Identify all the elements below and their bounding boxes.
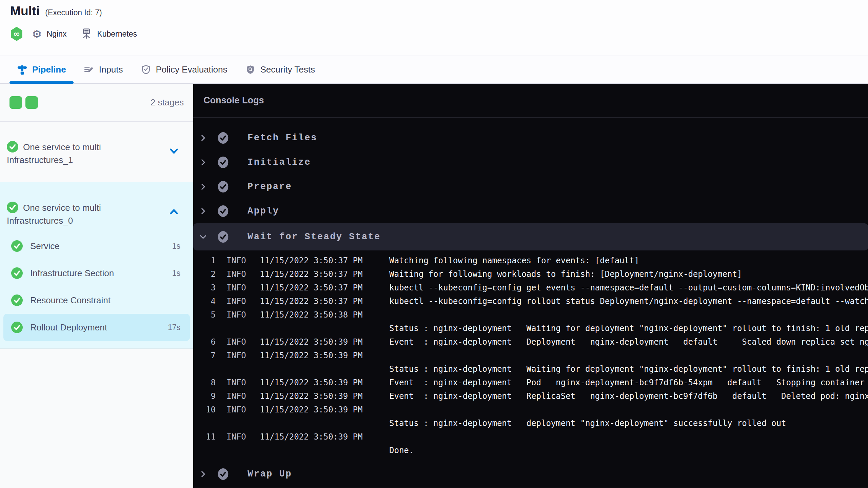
console-section-label: Wait for Steady State bbox=[248, 232, 381, 242]
log-timestamp: 11/15/2022 3:50:39 PM bbox=[260, 391, 378, 401]
log-line: Status : nginx-deployment deployment "ng… bbox=[193, 416, 868, 430]
step-duration: 17s bbox=[168, 323, 180, 332]
log-message: Event : nginx-deployment Pod nginx-deplo… bbox=[389, 378, 868, 387]
log-timestamp: 11/15/2022 3:50:37 PM bbox=[260, 283, 378, 292]
chevron-right-icon[interactable] bbox=[199, 470, 207, 478]
log-line-number: 9 bbox=[193, 391, 216, 401]
chevron-up-icon[interactable] bbox=[169, 207, 179, 217]
step-item-service[interactable]: Service1s bbox=[3, 232, 190, 260]
console-section-label: Fetch Files bbox=[248, 133, 317, 143]
console-section-label: Initialize bbox=[248, 157, 311, 167]
log-level: INFO bbox=[226, 297, 248, 306]
log-line: 4INFO11/15/2022 3:50:37 PMkubectl --kube… bbox=[193, 294, 868, 308]
tab-policy-evaluations[interactable]: Policy Evaluations bbox=[138, 56, 230, 83]
log-level: INFO bbox=[226, 378, 248, 387]
tab-label: Policy Evaluations bbox=[156, 64, 228, 75]
log-message: kubectl --kubeconfig=config get events -… bbox=[389, 283, 868, 292]
stage-name: One service to multi Infrastructures_1 bbox=[7, 142, 101, 165]
log-timestamp: 11/15/2022 3:50:39 PM bbox=[260, 378, 378, 387]
log-message: Status : nginx-deployment Waiting for de… bbox=[389, 324, 868, 333]
console-section-initialize[interactable]: Initialize bbox=[193, 150, 868, 175]
log-line-number: 1 bbox=[193, 256, 216, 265]
stage-label: One service to multi Infrastructures_0 bbox=[7, 201, 156, 227]
log-line: 8INFO11/15/2022 3:50:39 PMEvent : nginx-… bbox=[193, 376, 868, 389]
console-section-label: Apply bbox=[248, 206, 279, 216]
log-timestamp: 11/15/2022 3:50:37 PM bbox=[260, 256, 378, 265]
console-section-apply[interactable]: Apply bbox=[193, 199, 868, 223]
main-split: 2 stages One service to multi Infrastruc… bbox=[0, 84, 868, 488]
page-title: Multi bbox=[10, 4, 40, 18]
success-check-icon bbox=[217, 205, 229, 217]
tab-label: Pipeline bbox=[32, 64, 66, 75]
console-section-wrap-up[interactable]: Wrap Up bbox=[193, 462, 868, 486]
step-item-rollout-deployment[interactable]: Rollout Deployment17s bbox=[3, 314, 190, 341]
stage-item-one-service-to-multi-infrastructures-1[interactable]: One service to multi Infrastructures_1 bbox=[0, 122, 193, 182]
step-item-infrastructure-section[interactable]: Infrastructure Section1s bbox=[3, 260, 190, 287]
log-timestamp: 11/15/2022 3:50:37 PM bbox=[260, 297, 378, 306]
stage-name: One service to multi Infrastructures_0 bbox=[7, 203, 101, 226]
log-timestamp: 11/15/2022 3:50:39 PM bbox=[260, 432, 378, 442]
success-check-icon bbox=[217, 468, 229, 480]
log-message: Waiting for following workloads to finis… bbox=[389, 269, 742, 279]
step-duration: 1s bbox=[172, 269, 180, 278]
chevron-down-icon[interactable] bbox=[169, 146, 179, 156]
success-check-icon bbox=[217, 231, 229, 243]
log-line: Status : nginx-deployment Waiting for de… bbox=[193, 362, 868, 376]
pipeline-icon bbox=[17, 64, 27, 75]
stage-item-one-service-to-multi-infrastructures-0[interactable]: One service to multi Infrastructures_0 bbox=[0, 182, 193, 232]
success-check-icon bbox=[7, 202, 18, 213]
log-line-number: 6 bbox=[193, 337, 216, 347]
title-row: Multi (Execution Id: 7) bbox=[10, 0, 868, 18]
console-logs-title: Console Logs bbox=[193, 84, 868, 118]
console-section-wait-for-steady-state[interactable]: Wait for Steady State bbox=[193, 223, 868, 250]
console-section-fetch-files[interactable]: Fetch Files bbox=[193, 126, 868, 150]
tab-label: Security Tests bbox=[260, 64, 315, 75]
log-line-number: 11 bbox=[193, 432, 216, 442]
tab-inputs[interactable]: Inputs bbox=[81, 56, 126, 83]
log-block: 1INFO11/15/2022 3:50:37 PMWatching follo… bbox=[193, 250, 868, 462]
stage-count: 2 stages bbox=[151, 97, 184, 108]
console-section-prepare[interactable]: Prepare bbox=[193, 175, 868, 199]
chevron-right-icon[interactable] bbox=[199, 183, 207, 190]
tab-pipeline[interactable]: Pipeline bbox=[14, 56, 69, 83]
log-message: Event : nginx-deployment Deployment ngin… bbox=[389, 337, 868, 347]
success-check-icon bbox=[217, 132, 229, 144]
log-level: INFO bbox=[226, 283, 248, 292]
step-item-resource-constraint[interactable]: Resource Constraint bbox=[3, 287, 190, 314]
log-timestamp: 11/15/2022 3:50:39 PM bbox=[260, 351, 378, 360]
log-level: INFO bbox=[226, 269, 248, 279]
gear-icon: ⚙ bbox=[32, 28, 42, 40]
log-message: Event : nginx-deployment ReplicaSet ngin… bbox=[389, 391, 868, 401]
success-check-icon bbox=[7, 141, 18, 152]
log-line: 5INFO11/15/2022 3:50:38 PM bbox=[193, 308, 868, 322]
log-line-number: 8 bbox=[193, 378, 216, 387]
log-line-number: 3 bbox=[193, 283, 216, 292]
log-message: Done. bbox=[389, 446, 414, 455]
log-line: 9INFO11/15/2022 3:50:39 PMEvent : nginx-… bbox=[193, 389, 868, 403]
log-line-number: 10 bbox=[193, 405, 216, 414]
stage-success-square-icon bbox=[25, 96, 38, 109]
log-level: INFO bbox=[226, 337, 248, 347]
log-level: INFO bbox=[226, 351, 248, 360]
execution-id: (Execution Id: 7) bbox=[45, 8, 102, 17]
log-line: 2INFO11/15/2022 3:50:37 PMWaiting for fo… bbox=[193, 267, 868, 281]
log-message: Status : nginx-deployment deployment "ng… bbox=[389, 419, 786, 428]
step-name: Infrastructure Section bbox=[30, 268, 172, 279]
chevron-down-icon[interactable] bbox=[199, 233, 207, 241]
log-line: 7INFO11/15/2022 3:50:39 PM bbox=[193, 349, 868, 362]
chevron-right-icon[interactable] bbox=[199, 134, 207, 142]
step-name: Rollout Deployment bbox=[30, 322, 168, 333]
log-line: 3INFO11/15/2022 3:50:37 PMkubectl --kube… bbox=[193, 281, 868, 294]
execution-sidebar: 2 stages One service to multi Infrastruc… bbox=[0, 84, 193, 488]
tab-security-tests[interactable]: Security Tests bbox=[242, 56, 318, 83]
log-level: INFO bbox=[226, 256, 248, 265]
chevron-right-icon[interactable] bbox=[199, 207, 207, 215]
log-timestamp: 11/15/2022 3:50:39 PM bbox=[260, 405, 378, 414]
log-line-number: 4 bbox=[193, 297, 216, 306]
console-panel: Console Logs Fetch FilesInitializePrepar… bbox=[193, 84, 868, 488]
log-timestamp: 11/15/2022 3:50:37 PM bbox=[260, 269, 378, 279]
tab-bar: PipelineInputsPolicy EvaluationsSecurity… bbox=[0, 56, 868, 84]
service-label: Nginx bbox=[47, 29, 67, 39]
chevron-right-icon[interactable] bbox=[199, 159, 207, 166]
log-line: 6INFO11/15/2022 3:50:39 PMEvent : nginx-… bbox=[193, 335, 868, 349]
